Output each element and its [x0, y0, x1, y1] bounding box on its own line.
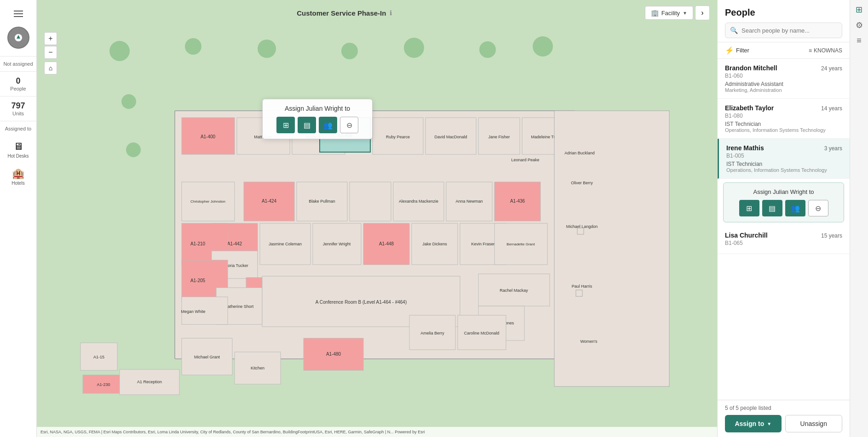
right-panel-footer: 5 of 5 people listed Assign to ▼ Unassig… — [718, 400, 850, 437]
list-view-icon[interactable]: ≡ — [857, 36, 862, 45]
svg-text:A1-480: A1-480 — [326, 352, 341, 357]
units-count: 797 — [11, 101, 25, 111]
person-years-0: 24 years — [821, 65, 842, 72]
person-card-lisa[interactable]: Lisa Churchill 15 years B1-065 — [718, 226, 850, 254]
filter-icon: ⚡ — [725, 46, 734, 55]
svg-point-0 — [109, 41, 130, 61]
building-icon: 🏢 — [651, 9, 659, 17]
compass-button[interactable] — [7, 27, 29, 49]
svg-text:A1-448: A1-448 — [379, 241, 394, 246]
svg-point-6 — [533, 36, 553, 57]
expand-button[interactable]: › — [695, 6, 710, 20]
svg-text:A1-442: A1-442 — [227, 241, 242, 246]
svg-text:Blake Pullman: Blake Pullman — [309, 199, 335, 204]
svg-text:A1-436: A1-436 — [510, 199, 525, 204]
people-list[interactable]: Brandon Mitchell 24 years B1-060 Adminis… — [718, 59, 850, 400]
map-attribution: Esri, NASA, NGA, USGS, FEMA | Esri Maps … — [37, 427, 717, 437]
svg-text:Paul Harris: Paul Harris — [572, 284, 592, 289]
units-label: Units — [12, 111, 24, 116]
assign-card-table-btn[interactable]: ▤ — [762, 200, 782, 216]
svg-text:Jennifer Wright: Jennifer Wright — [323, 242, 351, 246]
assign-to-button[interactable]: Assign to ▼ — [725, 415, 782, 432]
right-panel-header: People 🔍 — [718, 0, 850, 42]
settings-icon[interactable]: ⚙ — [856, 20, 863, 30]
person-name-2: Irene Mathis — [726, 144, 764, 152]
assign-table-button[interactable]: ▤ — [298, 117, 316, 133]
left-sidebar: Not assigned 0 People 797 Units Assigned… — [0, 0, 37, 437]
svg-text:A1 Reception: A1 Reception — [137, 380, 162, 384]
svg-point-1 — [185, 38, 201, 55]
svg-text:Anna Newman: Anna Newman — [455, 199, 483, 204]
person-card-irene[interactable]: Irene Mathis 3 years B1-005 IST Technici… — [718, 139, 850, 179]
layers-icon[interactable]: ⊞ — [856, 5, 862, 15]
person-years-2: 3 years — [824, 145, 842, 152]
search-input[interactable] — [742, 27, 837, 34]
svg-text:A1-400: A1-400 — [201, 134, 216, 139]
svg-text:Bernadette Grant: Bernadette Grant — [506, 242, 535, 246]
person-card-brandon[interactable]: Brandon Mitchell 24 years B1-060 Adminis… — [718, 59, 850, 99]
svg-text:Women's: Women's — [580, 339, 598, 344]
hotels-button[interactable]: 🏨 Hotels — [0, 163, 36, 190]
floor-plan[interactable]: A1-400 Matt Allan Kevin Draper A1-406 Ru… — [37, 26, 717, 427]
svg-text:Rachel Mackay: Rachel Mackay — [500, 288, 528, 293]
filter-button[interactable]: ⚡ Filter — [725, 46, 749, 55]
svg-text:A1-205: A1-205 — [190, 278, 206, 283]
map-topbar: Customer Service Phase-In ℹ 🏢 Facility ▼… — [37, 0, 717, 26]
hot-desks-label: Hot Desks — [7, 153, 29, 159]
assign-card-seat-btn[interactable]: ⊞ — [739, 200, 759, 216]
map-area[interactable]: Customer Service Phase-In ℹ 🏢 Facility ▼… — [37, 0, 717, 437]
zoom-controls: + − ⌂ — [44, 32, 57, 74]
svg-text:Caroline McDonald: Caroline McDonald — [464, 331, 500, 335]
svg-text:Ruby Pearce: Ruby Pearce — [386, 135, 410, 139]
person-years-1: 14 years — [821, 105, 842, 112]
svg-text:A Conference Room B (Level A1-: A Conference Room B (Level A1-464 - #464… — [316, 300, 407, 305]
person-desk-2: B1-005 — [726, 153, 842, 159]
assigned-to-label: Assigned to — [5, 126, 31, 131]
hot-desks-button[interactable]: 🖥 Hot Desks — [0, 136, 36, 163]
assign-card-unassign-btn[interactable]: ⊖ — [808, 200, 828, 216]
facility-button[interactable]: 🏢 Facility ▼ — [645, 6, 693, 20]
person-years-3: 15 years — [821, 233, 842, 239]
chevron-down-icon: ▼ — [767, 421, 771, 426]
unassign-button[interactable]: Unassign — [785, 415, 843, 432]
person-name-1: Elizabeth Taylor — [725, 104, 774, 112]
hot-desks-icon: 🖥 — [13, 141, 23, 153]
svg-text:A1-15: A1-15 — [93, 355, 104, 359]
svg-point-2 — [258, 40, 276, 58]
svg-point-4 — [404, 38, 424, 58]
svg-point-3 — [341, 43, 358, 59]
assign-popup-map-buttons: ⊞ ▤ 👥 ⊖ — [270, 117, 365, 133]
menu-button[interactable] — [9, 5, 28, 23]
person-name-3: Lisa Churchill — [725, 232, 768, 239]
assign-seat-button[interactable]: ⊞ — [276, 117, 295, 133]
person-dept-2: Operations, Information Systems Technolo… — [726, 167, 842, 173]
right-panel: People 🔍 ⚡ Filter ≡ KNOWNAS Brandon Mitc… — [717, 0, 850, 437]
person-name-0: Brandon Mitchell — [725, 64, 777, 72]
assign-group-button[interactable]: 👥 — [319, 117, 337, 133]
person-dept-0: Marketing, Administration — [725, 87, 842, 93]
svg-text:Leonard Peake: Leonard Peake — [511, 158, 539, 162]
zoom-out-button[interactable]: − — [44, 46, 57, 59]
person-card-elizabeth[interactable]: Elizabeth Taylor 14 years B1-080 IST Tec… — [718, 99, 850, 139]
svg-text:A1-424: A1-424 — [262, 199, 277, 204]
svg-point-7 — [121, 94, 136, 109]
list-icon: ≡ — [809, 47, 812, 54]
knownas-toggle[interactable]: ≡ KNOWNAS — [809, 47, 842, 54]
home-button[interactable]: ⌂ — [44, 62, 57, 74]
unassign-popup-button[interactable]: ⊖ — [340, 117, 358, 133]
people-count-label: 5 of 5 people listed — [725, 405, 842, 411]
zoom-in-button[interactable]: + — [44, 32, 57, 45]
svg-text:Oliver Berry: Oliver Berry — [571, 181, 593, 185]
chevron-down-icon: ▼ — [683, 11, 687, 16]
hotels-icon: 🏨 — [12, 168, 24, 180]
svg-text:Michael Grant: Michael Grant — [194, 355, 220, 359]
units-section: 797 Units — [0, 96, 36, 121]
far-right-icons: ⊞ ⚙ ≡ — [850, 0, 868, 437]
person-role-0: Administrative Assistant — [725, 81, 842, 87]
svg-text:Megan White: Megan White — [181, 309, 205, 314]
search-box[interactable]: 🔍 — [725, 23, 842, 38]
filter-label: Filter — [736, 47, 749, 54]
assign-card-group-btn[interactable]: 👥 — [785, 200, 805, 216]
person-dept-1: Operations, Information Systems Technolo… — [725, 127, 842, 133]
facility-label: Facility — [661, 10, 680, 17]
